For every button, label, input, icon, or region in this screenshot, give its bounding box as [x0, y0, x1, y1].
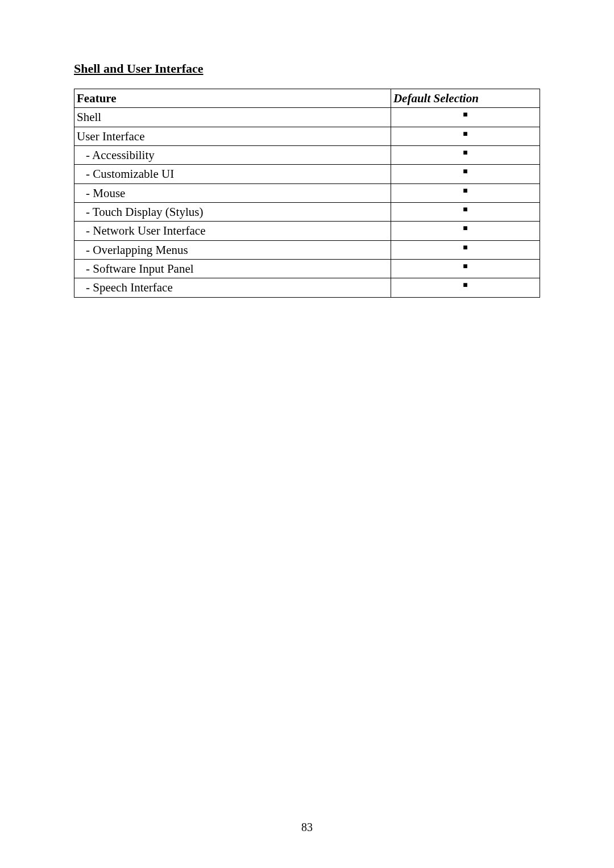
- default-selection-cell: ■: [391, 146, 540, 165]
- default-selection-cell: ■: [391, 165, 540, 183]
- page-number: 83: [0, 821, 614, 834]
- table-row: - Speech Interface■: [74, 278, 540, 297]
- feature-cell: - Speech Interface: [74, 278, 391, 297]
- col-header-feature: Feature: [74, 89, 391, 108]
- feature-label: - Mouse: [77, 185, 125, 201]
- default-selection-cell: ■: [391, 240, 540, 259]
- feature-label: - Software Input Panel: [77, 261, 194, 277]
- selected-square-icon: ■: [463, 148, 467, 157]
- selected-square-icon: ■: [463, 205, 467, 214]
- col-header-default: Default Selection: [391, 89, 540, 108]
- feature-cell: - Touch Display (Stylus): [74, 203, 391, 222]
- feature-table: Feature Default Selection Shell■User Int…: [74, 89, 540, 298]
- feature-cell: - Software Input Panel: [74, 260, 391, 278]
- feature-cell: - Mouse: [74, 183, 391, 202]
- table-row: - Software Input Panel■: [74, 260, 540, 278]
- selected-square-icon: ■: [463, 261, 467, 270]
- selected-square-icon: ■: [463, 129, 467, 138]
- default-selection-cell: ■: [391, 127, 540, 145]
- page: Shell and User Interface Feature Default…: [0, 0, 614, 868]
- feature-label: User Interface: [77, 128, 145, 144]
- table-row: - Mouse■: [74, 183, 540, 202]
- feature-cell: - Customizable UI: [74, 165, 391, 183]
- default-selection-cell: ■: [391, 260, 540, 278]
- default-selection-cell: ■: [391, 278, 540, 297]
- feature-cell: - Accessibility: [74, 146, 391, 165]
- default-selection-cell: ■: [391, 222, 540, 240]
- feature-cell: - Overlapping Menus: [74, 240, 391, 259]
- section-heading: Shell and User Interface: [74, 61, 540, 76]
- table-row: - Customizable UI■: [74, 165, 540, 183]
- default-selection-cell: ■: [391, 183, 540, 202]
- selected-square-icon: ■: [463, 186, 467, 195]
- feature-cell: User Interface: [74, 127, 391, 145]
- feature-label: - Customizable UI: [77, 166, 174, 182]
- table-row: - Network User Interface■: [74, 222, 540, 240]
- selected-square-icon: ■: [463, 243, 467, 252]
- feature-label: - Speech Interface: [77, 279, 173, 295]
- default-selection-cell: ■: [391, 203, 540, 222]
- feature-cell: Shell: [74, 108, 391, 127]
- feature-label: - Overlapping Menus: [77, 242, 188, 258]
- table-row: - Overlapping Menus■: [74, 240, 540, 259]
- selected-square-icon: ■: [463, 166, 467, 176]
- feature-label: - Network User Interface: [77, 223, 205, 239]
- table-row: User Interface■: [74, 127, 540, 145]
- table-row: - Accessibility■: [74, 146, 540, 165]
- table-row: - Touch Display (Stylus)■: [74, 203, 540, 222]
- feature-label: Shell: [77, 109, 101, 125]
- feature-label: - Touch Display (Stylus): [77, 204, 203, 220]
- selected-square-icon: ■: [463, 110, 467, 119]
- feature-label: - Accessibility: [77, 147, 155, 163]
- selected-square-icon: ■: [463, 223, 467, 232]
- selected-square-icon: ■: [463, 280, 467, 289]
- feature-cell: - Network User Interface: [74, 222, 391, 240]
- table-row: Shell■: [74, 108, 540, 127]
- table-header-row: Feature Default Selection: [74, 89, 540, 108]
- default-selection-cell: ■: [391, 108, 540, 127]
